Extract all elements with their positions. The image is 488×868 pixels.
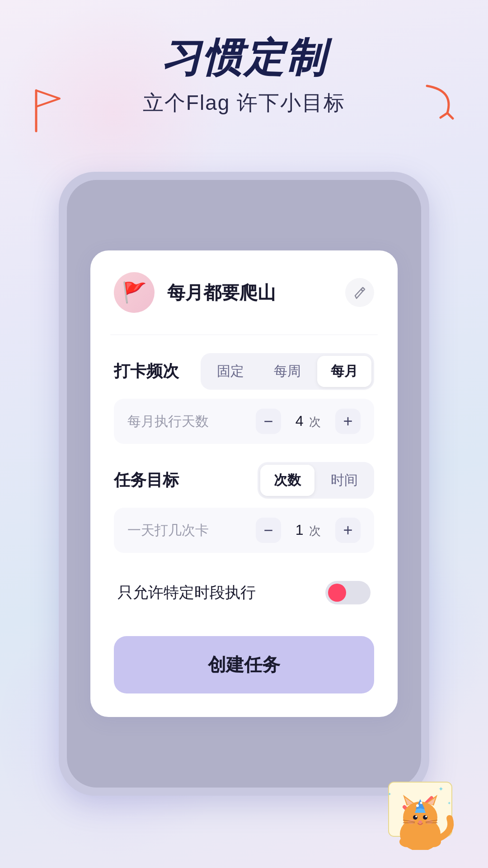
- toggle-knob: [328, 584, 346, 602]
- task-goal-tab-group: 次数 时间: [258, 462, 374, 499]
- days-counter: − 4 次 +: [256, 409, 361, 434]
- frequency-label: 打卡频次: [114, 360, 179, 382]
- card-header: 🚩 每月都要爬山: [114, 272, 374, 313]
- phone-mockup: 🚩 每月都要爬山 打卡频次 固定 每周: [59, 172, 429, 796]
- svg-point-16: [415, 816, 417, 817]
- habit-name: 每月都要爬山: [167, 280, 345, 305]
- habit-icon: 🚩: [114, 272, 155, 313]
- cat-mascot: ✦ ✦ ✦: [380, 769, 461, 850]
- svg-point-13: [420, 802, 422, 804]
- tab-time[interactable]: 时间: [317, 465, 371, 496]
- main-title: 习惯定制: [0, 36, 488, 80]
- frequency-tab-group: 固定 每周 每月: [201, 353, 374, 390]
- task-goal-row: 任务目标 次数 时间: [114, 462, 374, 499]
- svg-point-17: [425, 816, 427, 817]
- days-value: 4 次: [290, 413, 326, 430]
- tab-fixed[interactable]: 固定: [203, 356, 258, 387]
- days-per-month-label: 每月执行天数: [127, 412, 209, 431]
- tab-weekly[interactable]: 每周: [260, 356, 314, 387]
- svg-point-18: [418, 821, 422, 823]
- time-restrict-label: 只允许特定时段执行: [117, 582, 256, 603]
- task-goal-section: 任务目标 次数 时间 一天打几次卡 − 1 次 +: [114, 462, 374, 553]
- divider-1: [110, 335, 378, 335]
- phone-inner: 🚩 每月都要爬山 打卡频次 固定 每周: [67, 180, 421, 788]
- days-minus-button[interactable]: −: [256, 409, 281, 434]
- svg-point-14: [413, 815, 418, 820]
- header: 习惯定制 立个Flag 许下小目标: [0, 0, 488, 117]
- tab-monthly[interactable]: 每月: [317, 356, 371, 387]
- create-task-button[interactable]: 创建任务: [114, 636, 374, 693]
- habit-card: 🚩 每月都要爬山 打卡频次 固定 每周: [90, 250, 398, 717]
- svg-text:✦: ✦: [438, 785, 444, 793]
- edit-button[interactable]: [345, 278, 374, 307]
- svg-point-15: [423, 815, 427, 820]
- frequency-row: 打卡频次 固定 每周 每月: [114, 353, 374, 390]
- tab-count[interactable]: 次数: [260, 465, 314, 496]
- time-restrict-row: 只允许特定时段执行: [114, 571, 374, 614]
- svg-text:✦: ✦: [447, 801, 451, 806]
- task-goal-label: 任务目标: [114, 469, 179, 491]
- daily-count-label: 一天打几次卡: [127, 521, 209, 540]
- days-plus-button[interactable]: +: [335, 409, 361, 434]
- count-plus-button[interactable]: +: [335, 518, 361, 543]
- count-minus-button[interactable]: −: [256, 518, 281, 543]
- svg-point-25: [399, 836, 416, 847]
- svg-text:✦: ✦: [388, 792, 391, 797]
- daily-counter: − 1 次 +: [256, 518, 361, 543]
- time-restrict-toggle[interactable]: [325, 581, 371, 604]
- days-per-month-row: 每月执行天数 − 4 次 +: [114, 399, 374, 444]
- svg-point-12: [416, 804, 419, 807]
- frequency-section: 打卡频次 固定 每周 每月 每月执行天数 − 4 次: [114, 353, 374, 444]
- subtitle: 立个Flag 许下小目标: [0, 89, 488, 117]
- daily-count-row: 一天打几次卡 − 1 次 +: [114, 508, 374, 553]
- count-value: 1 次: [290, 522, 326, 539]
